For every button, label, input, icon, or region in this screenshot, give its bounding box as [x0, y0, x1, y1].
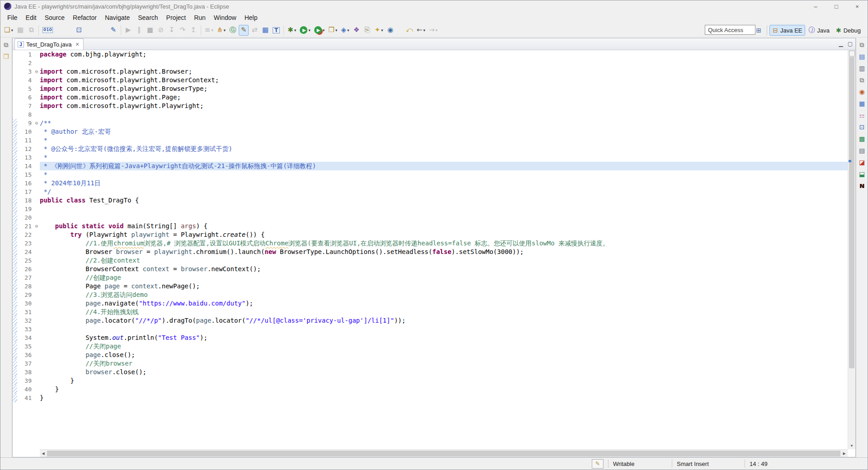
- maximize-button[interactable]: □: [826, 0, 847, 12]
- navigator-icon[interactable]: ▩: [857, 133, 867, 144]
- code-line-36[interactable]: 36 page.close();: [13, 351, 848, 359]
- menu-help[interactable]: Help: [241, 13, 262, 22]
- code-line-3[interactable]: 3⊖import com.microsoft.playwright.Browse…: [13, 67, 848, 76]
- servers-icon[interactable]: ⬓: [857, 169, 867, 179]
- code-line-27[interactable]: 27 //创建page: [13, 273, 848, 282]
- run-button[interactable]: ▶▾: [298, 25, 312, 36]
- step-return-button[interactable]: ↥: [189, 25, 198, 36]
- code-line-13[interactable]: 13 *: [13, 153, 848, 162]
- coverage-button[interactable]: ▶▾: [313, 25, 326, 36]
- restore-trim-2-icon[interactable]: ⧉: [857, 75, 867, 85]
- code-line-5[interactable]: 5import com.microsoft.playwright.Browser…: [13, 85, 848, 93]
- code-line-9[interactable]: 9⊖/**: [13, 119, 848, 127]
- vertical-scroll-thumb[interactable]: [849, 57, 854, 368]
- suspend-button[interactable]: ∥: [134, 25, 144, 36]
- web-browser-button[interactable]: ◉: [386, 25, 396, 36]
- code-line-7[interactable]: 7import com.microsoft.playwright.Playwri…: [13, 102, 848, 110]
- open-task-button[interactable]: ❖: [351, 25, 361, 36]
- step-over-button[interactable]: ↷: [178, 25, 188, 36]
- outline-icon[interactable]: ▤: [857, 145, 867, 156]
- code-line-4[interactable]: 4import com.microsoft.playwright.Browser…: [13, 76, 848, 85]
- code-line-21[interactable]: 21⊖ public static void main(String[] arg…: [13, 222, 848, 230]
- code-line-17[interactable]: 17 */: [13, 188, 848, 196]
- problems-icon[interactable]: ◪: [857, 157, 867, 168]
- menu-window[interactable]: Window: [210, 13, 241, 22]
- perspective-java-ee[interactable]: ⊟Java EE: [769, 25, 805, 36]
- scroll-right-icon[interactable]: ▶: [841, 451, 848, 456]
- mark-occurrences-button[interactable]: ✎: [239, 25, 249, 36]
- menu-file[interactable]: File: [3, 13, 22, 22]
- tab-close-icon[interactable]: ✕: [75, 42, 79, 47]
- vertical-scrollbar[interactable]: ▲ ▼: [848, 50, 855, 449]
- code-line-39[interactable]: 39 }: [13, 376, 848, 385]
- perspective-debug[interactable]: ✱Debug: [833, 25, 864, 36]
- open-perspective-button[interactable]: ⊞: [753, 25, 765, 36]
- code-line-25[interactable]: 25 //2.创建context: [13, 256, 848, 265]
- code-line-23[interactable]: 23 //1.使用chromium浏览器,# 浏览器配置,设置以GUI模式启动C…: [13, 239, 848, 248]
- palette-icon[interactable]: ⚏: [857, 110, 867, 121]
- snippets-icon[interactable]: ▥: [857, 63, 867, 74]
- menu-search[interactable]: Search: [134, 13, 162, 22]
- save-button[interactable]: ▦: [15, 25, 25, 36]
- menu-source[interactable]: Source: [41, 13, 69, 22]
- code-line-37[interactable]: 37 //关闭browser: [13, 359, 848, 368]
- pen-button[interactable]: ✎: [108, 25, 118, 36]
- menu-run[interactable]: Run: [190, 13, 210, 22]
- debug-button[interactable]: ✱▾: [286, 25, 297, 36]
- quick-access-input[interactable]: Quick Access: [705, 25, 755, 35]
- code-line-18[interactable]: 18public class Test_DragTo {: [13, 196, 848, 205]
- testng-icon[interactable]: N: [857, 180, 867, 191]
- resume-button[interactable]: ▶: [123, 25, 133, 36]
- fold-marker-icon[interactable]: ⊖: [33, 119, 40, 127]
- type-hierarchy-button[interactable]: ▦: [260, 25, 270, 36]
- properties-icon[interactable]: ▦: [857, 98, 867, 109]
- restore-trim-icon[interactable]: ⧉: [857, 39, 867, 50]
- new-wizard-button[interactable]: ❏▾: [3, 25, 14, 36]
- package-explorer-icon[interactable]: ❐: [1, 51, 11, 62]
- code-line-20[interactable]: 20: [13, 213, 848, 222]
- jsp-button[interactable]: T: [271, 25, 281, 36]
- code-line-29[interactable]: 29 //3.浏览器访问demo: [13, 291, 848, 299]
- maximize-view-button[interactable]: ▢: [848, 41, 853, 47]
- step-into-button[interactable]: ↧: [167, 25, 177, 36]
- new-web-wizard-button[interactable]: ◈▾: [340, 25, 350, 36]
- scroll-left-icon[interactable]: ◀: [40, 451, 47, 456]
- menu-navigate[interactable]: Navigate: [101, 13, 134, 22]
- code-line-38[interactable]: 38 browser.close();: [13, 368, 848, 376]
- perspective-java[interactable]: ⒿJava: [805, 25, 832, 36]
- link-editor-button[interactable]: ⇄: [250, 25, 259, 36]
- menu-edit[interactable]: Edit: [22, 13, 41, 22]
- minimize-view-button[interactable]: ▁: [839, 41, 843, 47]
- last-edit-location-button[interactable]: ⤺: [405, 25, 415, 36]
- code-line-30[interactable]: 30 page.navigate("https://www.baidu.com/…: [13, 299, 848, 308]
- menu-refactor[interactable]: Refactor: [69, 13, 101, 22]
- menu-project[interactable]: Project: [162, 13, 190, 22]
- fold-marker-icon[interactable]: ⊖: [33, 67, 40, 76]
- view-menu-button[interactable]: ≡▾: [203, 25, 215, 36]
- code-line-16[interactable]: 16 * 2024年10月11日: [13, 179, 848, 188]
- restore-pane-icon[interactable]: ⧉: [1, 39, 11, 50]
- tab-test-dragto[interactable]: J Test_DragTo.java ✕: [14, 38, 84, 50]
- scroll-down-icon[interactable]: ▼: [848, 442, 855, 449]
- code-line-15[interactable]: 15 *: [13, 170, 848, 179]
- code-line-19[interactable]: 19: [13, 205, 848, 213]
- console-monitor-button[interactable]: ⊡: [74, 25, 84, 36]
- code-line-2[interactable]: 2: [13, 59, 848, 67]
- minimize-button[interactable]: –: [805, 0, 826, 12]
- code-line-10[interactable]: 10 * @author 北京-宏哥: [13, 127, 848, 136]
- forward-button[interactable]: →▾: [428, 25, 439, 36]
- project-explorer-icon[interactable]: ▤: [857, 51, 867, 62]
- close-button[interactable]: ×: [847, 0, 868, 12]
- code-line-41[interactable]: 41}: [13, 394, 848, 402]
- code-line-22[interactable]: 22 try (Playwright playwright = Playwrig…: [13, 230, 848, 239]
- code-line-32[interactable]: 32 page.locator("//*/p").dragTo(page.loc…: [13, 316, 848, 325]
- terminate-button[interactable]: ■: [145, 25, 155, 36]
- code-line-28[interactable]: 28 Page page = context.newPage();: [13, 282, 848, 291]
- binary-file-button[interactable]: 010: [41, 25, 54, 36]
- code-line-14[interactable]: 14 * 《刚刚问世》系列初窥篇-Java+Playwright自动化测试-21…: [13, 162, 848, 170]
- code-line-33[interactable]: 33: [13, 325, 848, 334]
- code-line-40[interactable]: 40 }: [13, 385, 848, 394]
- new-servlet-button[interactable]: Ⓖ: [228, 25, 238, 36]
- save-all-button[interactable]: ⧉: [26, 25, 36, 36]
- code-line-11[interactable]: 11 *: [13, 136, 848, 145]
